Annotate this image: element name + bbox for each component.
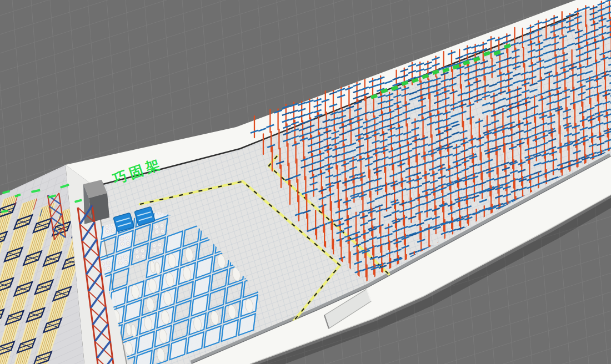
warehouse-3d-viewport[interactable]: 巧固架 xyxy=(0,0,611,364)
viewport-stage: 巧固架 xyxy=(0,0,611,364)
